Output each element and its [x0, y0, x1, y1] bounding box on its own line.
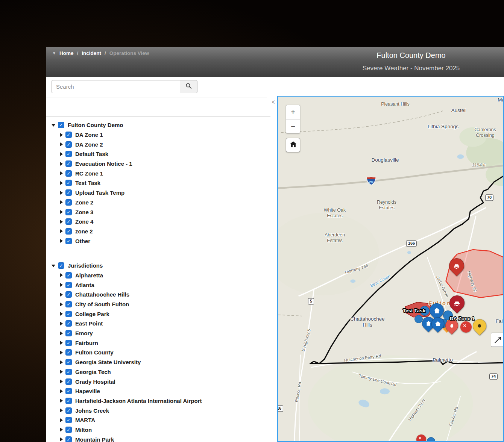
checkbox-checked[interactable]: ✓	[65, 272, 72, 279]
checkbox-checked[interactable]: ✓	[65, 132, 72, 138]
expand-arrow-icon[interactable]	[60, 210, 63, 214]
expand-arrow-icon[interactable]	[60, 239, 63, 243]
checkbox-checked[interactable]: ✓	[65, 170, 72, 177]
breadcrumb-home[interactable]: Home	[59, 50, 74, 56]
checkbox-checked[interactable]: ✓	[65, 388, 72, 394]
tree-item-chattahoochee-hills[interactable]: ✓Chattahoochee Hills	[46, 290, 277, 300]
checkbox-checked[interactable]: ✓	[65, 340, 72, 346]
checkbox-checked[interactable]: ✓	[58, 262, 64, 269]
checkbox-checked[interactable]: ✓	[65, 398, 72, 404]
checkbox-checked[interactable]: ✓	[65, 378, 72, 385]
tree-item-fairburn[interactable]: ✓Fairburn	[46, 338, 277, 348]
tree-item-other[interactable]: ✓Other	[46, 236, 277, 246]
checkbox-checked[interactable]: ✓	[58, 122, 64, 128]
collapse-arrow-icon[interactable]	[52, 124, 55, 127]
tree-group-jurisdictions[interactable]: ✓Jurisdictions	[46, 261, 277, 271]
expand-arrow-icon[interactable]	[60, 312, 63, 316]
checkbox-checked[interactable]: ✓	[65, 359, 72, 365]
collapse-panel-chevron-icon[interactable]: <	[272, 99, 275, 105]
tree-item-georgia-tech[interactable]: ✓Georgia Tech	[46, 367, 277, 377]
checkbox-checked[interactable]: ✓	[65, 228, 72, 235]
expand-arrow-icon[interactable]	[60, 162, 63, 166]
collapse-arrow-icon[interactable]	[52, 265, 55, 267]
checkbox-checked[interactable]: ✓	[65, 301, 72, 307]
tree-item-test-task[interactable]: ✓Test Task	[46, 178, 277, 188]
tree-item-zone-2[interactable]: ✓zone 2	[46, 227, 277, 236]
map-annotation-test-task[interactable]: Test Task	[403, 308, 425, 313]
search-button[interactable]	[180, 80, 197, 93]
expand-arrow-icon[interactable]	[60, 418, 63, 422]
tree-item-rc-zone-1[interactable]: ✓RC Zone 1	[46, 168, 277, 178]
tree-item-zone-3[interactable]: ✓Zone 3	[46, 207, 277, 217]
expand-arrow-icon[interactable]	[60, 191, 63, 195]
tree-item-zone-4[interactable]: ✓Zone 4	[46, 217, 277, 227]
checkbox-checked[interactable]: ✓	[65, 180, 72, 186]
expand-arrow-icon[interactable]	[60, 322, 63, 325]
tree-item-zone-2[interactable]: ✓Zone 2	[46, 198, 277, 207]
expand-arrow-icon[interactable]	[60, 409, 63, 412]
checkbox-checked[interactable]: ✓	[65, 349, 72, 356]
tree-item-georgia-state-university[interactable]: ✓Georgia State University	[46, 357, 277, 367]
checkbox-checked[interactable]: ✓	[65, 330, 72, 336]
expand-arrow-icon[interactable]	[60, 303, 63, 306]
tree-item-milton[interactable]: ✓Milton	[46, 425, 277, 435]
expand-arrow-icon[interactable]	[60, 142, 63, 146]
expand-arrow-icon[interactable]	[60, 171, 63, 175]
expand-arrow-icon[interactable]	[60, 341, 63, 345]
checkbox-checked[interactable]: ✓	[65, 291, 72, 298]
cluster-dot[interactable]	[414, 315, 423, 323]
map-annotation-da-zone-1[interactable]: DA Zone 1	[450, 316, 475, 321]
tree-item-mountain-park[interactable]: ✓Mountain Park	[46, 434, 277, 442]
tree-item-default-task[interactable]: ✓Default Task	[46, 149, 277, 159]
expand-arrow-icon[interactable]	[60, 389, 63, 393]
tree-item-hartsfield-jackson-atlanta-international-airport[interactable]: ✓Hartsfield-Jackson Atlanta Internationa…	[46, 396, 277, 406]
expand-arrow-icon[interactable]	[60, 152, 63, 156]
incident-circle-marker[interactable]	[460, 321, 472, 333]
tree-item-evacuation-notice-1[interactable]: ✓Evacuation Notice - 1	[46, 159, 277, 169]
checkbox-checked[interactable]: ✓	[65, 160, 72, 167]
checkbox-checked[interactable]: ✓	[65, 189, 72, 196]
expand-arrow-icon[interactable]	[60, 293, 63, 297]
checkbox-checked[interactable]: ✓	[65, 320, 72, 327]
expand-arrow-icon[interactable]	[60, 283, 63, 287]
expand-arrow-icon[interactable]	[60, 133, 63, 137]
expand-arrow-icon[interactable]	[60, 332, 63, 335]
checkbox-checked[interactable]: ✓	[65, 427, 72, 433]
checkbox-checked[interactable]: ✓	[65, 407, 72, 414]
checkbox-checked[interactable]: ✓	[65, 151, 72, 157]
tree-item-college-park[interactable]: ✓College Park	[46, 309, 277, 319]
expand-arrow-icon[interactable]	[60, 220, 63, 224]
expand-arrow-icon[interactable]	[60, 229, 63, 233]
tree-item-grady-hospital[interactable]: ✓Grady Hospital	[46, 377, 277, 386]
tree-item-city-of-south-fulton[interactable]: ✓City of South Fulton	[46, 300, 277, 309]
checkbox-checked[interactable]: ✓	[65, 238, 72, 244]
checkbox-checked[interactable]: ✓	[65, 209, 72, 215]
tree-item-da-zone-2[interactable]: ✓DA Zone 2	[46, 139, 277, 149]
tree-item-east-point[interactable]: ✓East Point	[46, 319, 277, 328]
expand-arrow-icon[interactable]	[60, 380, 63, 383]
cluster-dot[interactable]	[427, 437, 435, 442]
incident-circle-marker[interactable]	[416, 434, 426, 442]
tree-item-marta[interactable]: ✓MARTA	[46, 415, 277, 425]
checkbox-checked[interactable]: ✓	[65, 436, 72, 442]
expand-arrow-icon[interactable]	[60, 437, 63, 441]
expand-arrow-icon[interactable]	[60, 181, 63, 185]
expand-arrow-icon[interactable]	[60, 200, 63, 204]
tree-item-emory[interactable]: ✓Emory	[46, 328, 277, 338]
expand-arrow-icon[interactable]	[60, 428, 63, 431]
zoom-out-button[interactable]: −	[286, 119, 300, 133]
zoom-in-button[interactable]: +	[286, 105, 300, 119]
tree-item-hapeville[interactable]: ✓Hapeville	[46, 386, 277, 396]
tree-item-upload-task-temp[interactable]: ✓Upload Task Temp	[46, 188, 277, 198]
checkbox-checked[interactable]: ✓	[65, 199, 72, 206]
search-input[interactable]	[52, 80, 180, 93]
breadcrumb-incident[interactable]: Incident	[82, 50, 101, 56]
direction-arrow-widget[interactable]	[491, 333, 504, 347]
tree-item-johns-creek[interactable]: ✓Johns Creek	[46, 406, 277, 415]
tree-item-fulton-county[interactable]: ✓Fulton County	[46, 348, 277, 357]
expand-arrow-icon[interactable]	[60, 273, 63, 277]
home-extent-button[interactable]	[286, 138, 300, 152]
map-canvas[interactable]: + − Pleasant HillsAustellMabletonLithia …	[277, 96, 504, 442]
tree-group-fulton-county-demo[interactable]: ✓Fulton County Demo	[46, 120, 277, 130]
tree-item-atlanta[interactable]: ✓Atlanta	[46, 280, 277, 290]
